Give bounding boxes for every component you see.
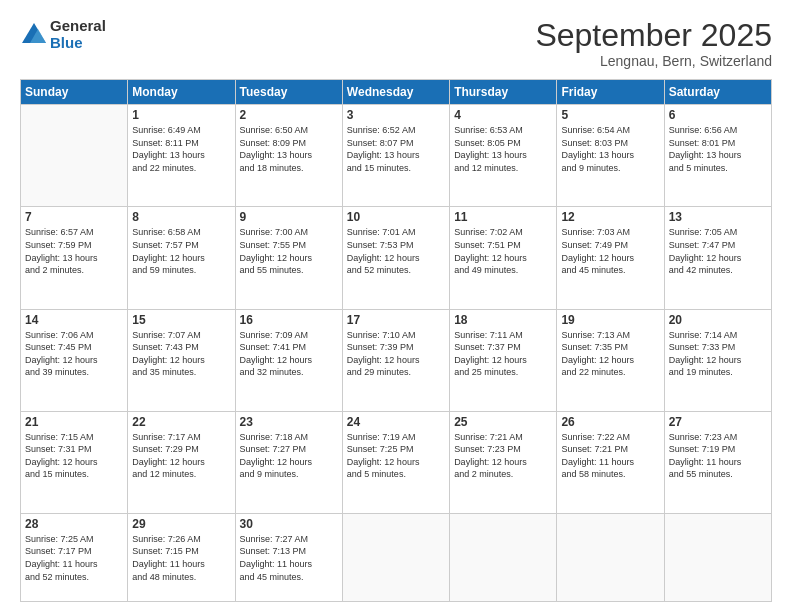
day-info: Sunrise: 6:49 AM Sunset: 8:11 PM Dayligh… xyxy=(132,124,230,174)
calendar-cell: 15Sunrise: 7:07 AM Sunset: 7:43 PM Dayli… xyxy=(128,309,235,411)
logo: General Blue xyxy=(20,18,106,51)
day-info: Sunrise: 7:07 AM Sunset: 7:43 PM Dayligh… xyxy=(132,329,230,379)
day-number: 24 xyxy=(347,415,445,429)
calendar-cell: 6Sunrise: 6:56 AM Sunset: 8:01 PM Daylig… xyxy=(664,105,771,207)
weekday-header-row: SundayMondayTuesdayWednesdayThursdayFrid… xyxy=(21,80,772,105)
day-info: Sunrise: 7:21 AM Sunset: 7:23 PM Dayligh… xyxy=(454,431,552,481)
calendar-cell: 21Sunrise: 7:15 AM Sunset: 7:31 PM Dayli… xyxy=(21,411,128,513)
week-row-5: 28Sunrise: 7:25 AM Sunset: 7:17 PM Dayli… xyxy=(21,513,772,601)
header: General Blue September 2025 Lengnau, Ber… xyxy=(20,18,772,69)
day-number: 21 xyxy=(25,415,123,429)
week-row-4: 21Sunrise: 7:15 AM Sunset: 7:31 PM Dayli… xyxy=(21,411,772,513)
day-info: Sunrise: 7:01 AM Sunset: 7:53 PM Dayligh… xyxy=(347,226,445,276)
day-number: 23 xyxy=(240,415,338,429)
calendar-cell: 4Sunrise: 6:53 AM Sunset: 8:05 PM Daylig… xyxy=(450,105,557,207)
calendar-cell: 3Sunrise: 6:52 AM Sunset: 8:07 PM Daylig… xyxy=(342,105,449,207)
day-number: 17 xyxy=(347,313,445,327)
calendar-cell: 2Sunrise: 6:50 AM Sunset: 8:09 PM Daylig… xyxy=(235,105,342,207)
day-number: 9 xyxy=(240,210,338,224)
day-number: 3 xyxy=(347,108,445,122)
calendar-cell: 19Sunrise: 7:13 AM Sunset: 7:35 PM Dayli… xyxy=(557,309,664,411)
calendar-cell: 12Sunrise: 7:03 AM Sunset: 7:49 PM Dayli… xyxy=(557,207,664,309)
day-info: Sunrise: 7:22 AM Sunset: 7:21 PM Dayligh… xyxy=(561,431,659,481)
day-number: 6 xyxy=(669,108,767,122)
day-number: 29 xyxy=(132,517,230,531)
day-info: Sunrise: 6:56 AM Sunset: 8:01 PM Dayligh… xyxy=(669,124,767,174)
calendar-cell xyxy=(342,513,449,601)
day-info: Sunrise: 6:50 AM Sunset: 8:09 PM Dayligh… xyxy=(240,124,338,174)
logo-text: General Blue xyxy=(50,18,106,51)
calendar-cell: 14Sunrise: 7:06 AM Sunset: 7:45 PM Dayli… xyxy=(21,309,128,411)
calendar-cell: 24Sunrise: 7:19 AM Sunset: 7:25 PM Dayli… xyxy=(342,411,449,513)
day-info: Sunrise: 7:09 AM Sunset: 7:41 PM Dayligh… xyxy=(240,329,338,379)
calendar-cell: 10Sunrise: 7:01 AM Sunset: 7:53 PM Dayli… xyxy=(342,207,449,309)
calendar-cell: 16Sunrise: 7:09 AM Sunset: 7:41 PM Dayli… xyxy=(235,309,342,411)
week-row-3: 14Sunrise: 7:06 AM Sunset: 7:45 PM Dayli… xyxy=(21,309,772,411)
calendar-cell: 13Sunrise: 7:05 AM Sunset: 7:47 PM Dayli… xyxy=(664,207,771,309)
day-number: 22 xyxy=(132,415,230,429)
day-number: 20 xyxy=(669,313,767,327)
calendar-cell: 20Sunrise: 7:14 AM Sunset: 7:33 PM Dayli… xyxy=(664,309,771,411)
week-row-2: 7Sunrise: 6:57 AM Sunset: 7:59 PM Daylig… xyxy=(21,207,772,309)
day-info: Sunrise: 7:11 AM Sunset: 7:37 PM Dayligh… xyxy=(454,329,552,379)
day-info: Sunrise: 7:13 AM Sunset: 7:35 PM Dayligh… xyxy=(561,329,659,379)
day-info: Sunrise: 7:26 AM Sunset: 7:15 PM Dayligh… xyxy=(132,533,230,583)
calendar-cell xyxy=(450,513,557,601)
day-info: Sunrise: 7:25 AM Sunset: 7:17 PM Dayligh… xyxy=(25,533,123,583)
day-info: Sunrise: 7:02 AM Sunset: 7:51 PM Dayligh… xyxy=(454,226,552,276)
day-info: Sunrise: 7:14 AM Sunset: 7:33 PM Dayligh… xyxy=(669,329,767,379)
calendar-cell: 29Sunrise: 7:26 AM Sunset: 7:15 PM Dayli… xyxy=(128,513,235,601)
calendar-cell: 30Sunrise: 7:27 AM Sunset: 7:13 PM Dayli… xyxy=(235,513,342,601)
calendar-cell: 23Sunrise: 7:18 AM Sunset: 7:27 PM Dayli… xyxy=(235,411,342,513)
day-number: 1 xyxy=(132,108,230,122)
day-number: 15 xyxy=(132,313,230,327)
day-number: 10 xyxy=(347,210,445,224)
day-info: Sunrise: 7:03 AM Sunset: 7:49 PM Dayligh… xyxy=(561,226,659,276)
weekday-header-wednesday: Wednesday xyxy=(342,80,449,105)
logo-icon xyxy=(20,21,48,49)
calendar-cell: 27Sunrise: 7:23 AM Sunset: 7:19 PM Dayli… xyxy=(664,411,771,513)
calendar-cell: 17Sunrise: 7:10 AM Sunset: 7:39 PM Dayli… xyxy=(342,309,449,411)
day-info: Sunrise: 7:00 AM Sunset: 7:55 PM Dayligh… xyxy=(240,226,338,276)
day-number: 18 xyxy=(454,313,552,327)
day-info: Sunrise: 7:10 AM Sunset: 7:39 PM Dayligh… xyxy=(347,329,445,379)
day-number: 5 xyxy=(561,108,659,122)
page: General Blue September 2025 Lengnau, Ber… xyxy=(0,0,792,612)
day-info: Sunrise: 7:15 AM Sunset: 7:31 PM Dayligh… xyxy=(25,431,123,481)
day-number: 19 xyxy=(561,313,659,327)
week-row-1: 1Sunrise: 6:49 AM Sunset: 8:11 PM Daylig… xyxy=(21,105,772,207)
calendar-cell: 18Sunrise: 7:11 AM Sunset: 7:37 PM Dayli… xyxy=(450,309,557,411)
calendar: SundayMondayTuesdayWednesdayThursdayFrid… xyxy=(20,79,772,602)
day-number: 25 xyxy=(454,415,552,429)
calendar-cell: 8Sunrise: 6:58 AM Sunset: 7:57 PM Daylig… xyxy=(128,207,235,309)
calendar-cell xyxy=(557,513,664,601)
day-number: 16 xyxy=(240,313,338,327)
day-number: 4 xyxy=(454,108,552,122)
day-info: Sunrise: 7:23 AM Sunset: 7:19 PM Dayligh… xyxy=(669,431,767,481)
calendar-cell: 11Sunrise: 7:02 AM Sunset: 7:51 PM Dayli… xyxy=(450,207,557,309)
weekday-header-sunday: Sunday xyxy=(21,80,128,105)
calendar-cell xyxy=(21,105,128,207)
day-number: 27 xyxy=(669,415,767,429)
location: Lengnau, Bern, Switzerland xyxy=(535,53,772,69)
day-number: 28 xyxy=(25,517,123,531)
calendar-cell: 5Sunrise: 6:54 AM Sunset: 8:03 PM Daylig… xyxy=(557,105,664,207)
day-info: Sunrise: 6:54 AM Sunset: 8:03 PM Dayligh… xyxy=(561,124,659,174)
calendar-cell: 28Sunrise: 7:25 AM Sunset: 7:17 PM Dayli… xyxy=(21,513,128,601)
title-area: September 2025 Lengnau, Bern, Switzerlan… xyxy=(535,18,772,69)
day-number: 2 xyxy=(240,108,338,122)
calendar-cell: 9Sunrise: 7:00 AM Sunset: 7:55 PM Daylig… xyxy=(235,207,342,309)
day-number: 13 xyxy=(669,210,767,224)
calendar-cell xyxy=(664,513,771,601)
day-number: 11 xyxy=(454,210,552,224)
day-info: Sunrise: 7:05 AM Sunset: 7:47 PM Dayligh… xyxy=(669,226,767,276)
weekday-header-friday: Friday xyxy=(557,80,664,105)
day-number: 7 xyxy=(25,210,123,224)
day-number: 8 xyxy=(132,210,230,224)
day-number: 12 xyxy=(561,210,659,224)
calendar-cell: 26Sunrise: 7:22 AM Sunset: 7:21 PM Dayli… xyxy=(557,411,664,513)
weekday-header-tuesday: Tuesday xyxy=(235,80,342,105)
calendar-cell: 7Sunrise: 6:57 AM Sunset: 7:59 PM Daylig… xyxy=(21,207,128,309)
day-number: 26 xyxy=(561,415,659,429)
day-number: 30 xyxy=(240,517,338,531)
